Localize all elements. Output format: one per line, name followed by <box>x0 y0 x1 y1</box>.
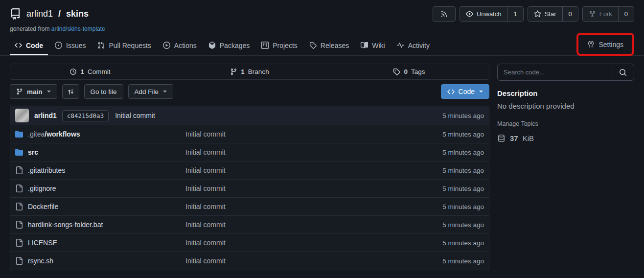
entry-time: 5 minutes ago <box>442 185 484 192</box>
repo-owner[interactable]: arlind1 <box>26 9 53 19</box>
entry-name: hardlink-songs-folder.bat <box>15 221 185 229</box>
table-row[interactable]: .gitea/workflows Initial commit 5 minute… <box>10 125 489 143</box>
go-to-file-label: Go to file <box>91 88 117 95</box>
entry-name: LICENSE <box>15 239 185 247</box>
repo-name[interactable]: skins <box>66 9 89 19</box>
tab-code[interactable]: Code <box>10 35 48 55</box>
search-input[interactable] <box>498 64 612 80</box>
entry-time: 5 minutes ago <box>442 221 484 229</box>
chevron-down-icon <box>47 91 51 93</box>
entry-commit-message[interactable]: Initial commit <box>185 130 442 138</box>
go-to-file-button[interactable]: Go to file <box>84 84 123 99</box>
watch-button-group: Unwatch 1 <box>460 6 524 22</box>
description-empty-text: No description provided <box>497 102 634 110</box>
entry-commit-message[interactable]: Initial commit <box>185 185 442 192</box>
entry-commit-message[interactable]: Initial commit <box>185 257 442 265</box>
tab-projects[interactable]: Projects <box>256 35 302 55</box>
table-row[interactable]: .gitignore Initial commit 5 minutes ago <box>10 179 489 197</box>
current-branch-label: main <box>27 88 43 95</box>
repo-title-separator: / <box>58 9 61 19</box>
rss-button[interactable] <box>433 6 456 22</box>
star-button-group: Star 0 <box>528 6 578 22</box>
tab-wiki[interactable]: Wiki <box>356 35 390 55</box>
repo-header: arlind1 / skins Unwatch 1 <box>0 0 644 32</box>
tab-issues[interactable]: Issues <box>50 35 91 55</box>
code-icon <box>15 42 22 49</box>
table-row[interactable]: Dockerfile Initial commit 5 minutes ago <box>10 197 489 215</box>
table-row[interactable]: LICENSE Initial commit 5 minutes ago <box>10 233 489 252</box>
entry-time: 5 minutes ago <box>442 239 484 247</box>
tags-stat[interactable]: 0 Tags <box>329 64 489 79</box>
entry-name: .gitignore <box>15 185 185 192</box>
tab-wiki-label: Wiki <box>372 42 385 49</box>
file-icon <box>15 257 23 265</box>
repo-sidebar: Description No description provided Mana… <box>497 64 634 270</box>
repo-size-unit: KiB <box>523 134 534 142</box>
entry-time: 5 minutes ago <box>442 149 484 156</box>
compare-button[interactable] <box>62 84 79 99</box>
pull-request-icon <box>97 42 105 49</box>
tab-actions[interactable]: Actions <box>158 35 202 55</box>
star-button[interactable]: Star <box>528 7 562 21</box>
table-row[interactable]: .gitattributes Initial commit 5 minutes … <box>10 161 489 179</box>
tab-issues-label: Issues <box>66 42 86 49</box>
entry-commit-message[interactable]: Initial commit <box>185 203 442 210</box>
repo-toolbar: main Go to file Add File Code <box>10 84 489 99</box>
file-table: arlind1 c84215d0a3 Initial commit 5 minu… <box>10 106 489 270</box>
commit-author-avatar[interactable] <box>15 109 29 122</box>
rss-icon <box>440 10 448 18</box>
entry-commit-message[interactable]: Initial commit <box>185 166 442 174</box>
table-row[interactable]: rsync.sh Initial commit 5 minutes ago <box>10 252 489 270</box>
commit-author-name[interactable]: arlind1 <box>34 112 57 119</box>
tab-pull-requests[interactable]: Pull Requests <box>92 35 156 55</box>
tag-icon <box>393 68 400 75</box>
commits-count: 1 <box>80 68 84 75</box>
unwatch-label: Unwatch <box>477 10 502 18</box>
repo-main-column: 1 Commit 1 Branch 0 Tags main <box>10 64 489 270</box>
entry-commit-message[interactable]: Initial commit <box>185 221 442 229</box>
unwatch-button[interactable]: Unwatch <box>460 7 507 21</box>
branch-icon <box>230 68 237 75</box>
repo-stats-bar: 1 Commit 1 Branch 0 Tags <box>10 64 489 80</box>
repo-title: arlind1 / skins <box>10 8 89 20</box>
compare-icon <box>67 88 74 95</box>
code-download-button[interactable]: Code <box>441 84 489 99</box>
file-icon <box>15 203 23 210</box>
fork-count[interactable]: 0 <box>618 7 634 21</box>
manage-topics-link[interactable]: Manage Topics <box>497 120 634 127</box>
commits-stat[interactable]: 1 Commit <box>10 64 170 79</box>
entry-name: .gitea/workflows <box>15 130 185 138</box>
fork-button[interactable]: Fork <box>583 7 618 21</box>
tab-activity[interactable]: Activity <box>392 35 435 55</box>
search-button[interactable] <box>612 64 634 80</box>
entry-name: rsync.sh <box>15 257 185 265</box>
star-count[interactable]: 0 <box>562 7 578 21</box>
file-icon <box>15 185 23 192</box>
tab-releases[interactable]: Releases <box>304 35 354 55</box>
branches-stat[interactable]: 1 Branch <box>170 64 329 79</box>
table-row[interactable]: src Initial commit 5 minutes ago <box>10 143 489 161</box>
repo-book-icon <box>10 8 21 20</box>
chevron-down-icon <box>479 91 483 93</box>
tab-packages[interactable]: Packages <box>204 35 254 55</box>
repo-action-buttons: Unwatch 1 Star 0 Fork <box>433 6 634 22</box>
commit-message[interactable]: Initial commit <box>115 112 155 119</box>
table-row[interactable]: hardlink-songs-folder.bat Initial commit… <box>10 215 489 233</box>
entry-commit-message[interactable]: Initial commit <box>185 239 442 247</box>
template-repo-link[interactable]: arlind/skins-template <box>51 25 105 32</box>
entry-commit-message[interactable]: Initial commit <box>185 148 442 156</box>
generated-from-text: generated from <box>10 25 49 32</box>
code-icon <box>447 88 455 95</box>
branches-label: Branch <box>248 68 269 75</box>
tab-activity-label: Activity <box>408 42 430 49</box>
file-icon <box>15 166 23 174</box>
folder-icon <box>15 148 23 156</box>
watch-count[interactable]: 1 <box>507 7 523 21</box>
commit-hash[interactable]: c84215d0a3 <box>62 110 109 121</box>
tab-settings[interactable]: Settings <box>582 41 628 48</box>
branch-selector[interactable]: main <box>10 84 57 99</box>
code-search <box>497 64 634 81</box>
code-button-label: Code <box>459 88 475 95</box>
entry-time: 5 minutes ago <box>442 257 484 265</box>
add-file-button[interactable]: Add File <box>128 84 174 99</box>
